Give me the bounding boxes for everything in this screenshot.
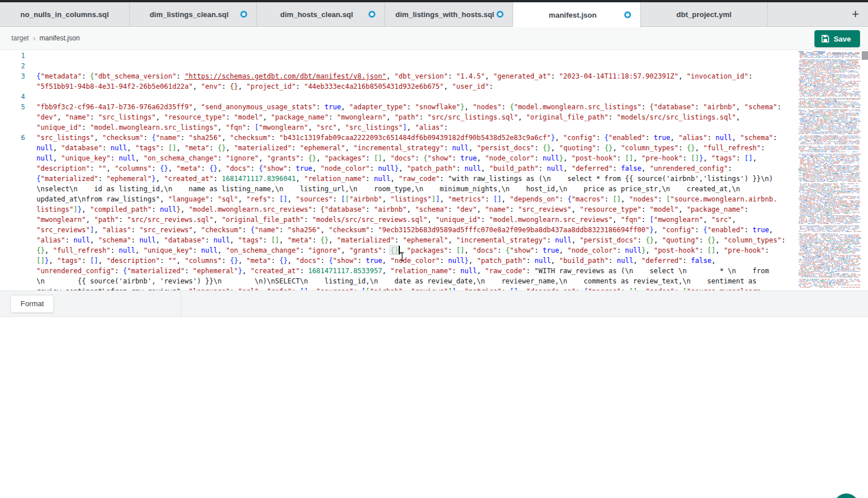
line-number: 5 xyxy=(0,102,25,112)
breadcrumb-separator-icon: › xyxy=(33,34,36,43)
mouse-ibeam-cursor xyxy=(399,252,405,261)
code-row[interactable]: updated_at\nfrom raw_listings", "languag… xyxy=(0,194,796,204)
code-row-text: "fbb9f3c2-cf96-4a17-b736-976a62d35ff9", … xyxy=(36,102,781,112)
tab-label: dim_listings_clean.sql xyxy=(150,10,229,19)
editor-tab-bar: no_nulls_in_columns.sqldim_listings_clea… xyxy=(0,2,868,27)
save-button-label: Save xyxy=(834,35,851,43)
breadcrumb-segment[interactable]: target xyxy=(11,34,29,42)
line-number xyxy=(0,153,25,163)
line-number: 2 xyxy=(0,61,25,71)
code-row-text: "mwonglearn", "path": "src/src_reviews.s… xyxy=(36,215,736,225)
toolbar-divider xyxy=(181,291,181,316)
line-number xyxy=(0,245,25,256)
line-number: 6 xyxy=(0,133,25,143)
code-row[interactable]: null, "unique_key": null, "on_schema_cha… xyxy=(0,153,796,163)
editor-footer-toolbar: Format xyxy=(0,290,868,317)
tab-label: manifest.json xyxy=(549,11,597,19)
tab-dim_listings_clean.sql[interactable]: dim_listings_clean.sql xyxy=(130,2,257,26)
code-row-text: "dev", "name": "src_listings", "resource… xyxy=(36,112,740,122)
code-row[interactable]: 3{"metadata": {"dbt_schema_version": "ht… xyxy=(0,71,796,81)
code-row-text: "unique_id": "model.mwonglearn.src_listi… xyxy=(36,122,448,133)
help-chat-widget-button[interactable] xyxy=(834,493,859,498)
code-row[interactable]: \nselect\n id as listing_id,\n name as l… xyxy=(0,184,796,194)
tab-label: dim_listings_with_hosts.sql xyxy=(395,10,494,19)
code-row-text: "5f51bb91-94b8-4e31-94f2-26b5e061d22a", … xyxy=(36,81,493,92)
line-number xyxy=(0,112,25,122)
line-number xyxy=(0,256,25,266)
code-row-text: {"materialized": "ephemeral"}, "created_… xyxy=(36,174,773,184)
code-row[interactable]: "src_reviews"], "alias": "src_reviews", … xyxy=(0,225,796,235)
code-row-text: "src_reviews"], "alias": "src_reviews", … xyxy=(36,225,773,235)
line-number xyxy=(0,122,25,133)
tab-label: dbt_project.yml xyxy=(677,10,732,19)
code-row[interactable]: "dev", "name": "src_listings", "resource… xyxy=(0,112,796,122)
save-button[interactable]: Save xyxy=(814,30,860,47)
tab-label: no_nulls_in_columns.sql xyxy=(21,10,109,19)
unsaved-changes-dot[interactable] xyxy=(369,11,375,18)
code-row-text: review_sentiment\nfrom raw_reviews", "la… xyxy=(36,286,761,290)
breadcrumb-bar: target›manifest.json Save xyxy=(0,27,868,50)
code-row[interactable]: null, "database": null, "tags": [], "met… xyxy=(0,143,796,153)
new-tab-button[interactable]: + xyxy=(847,6,863,22)
tab-dim_listings_with_hosts.sql[interactable]: dim_listings_with_hosts.sql xyxy=(385,2,513,26)
code-row-text: "alias": null, "schema": null, "database… xyxy=(36,235,785,245)
code-row-text: {"metadata": {"dbt_schema_version": "htt… xyxy=(36,71,752,81)
code-row[interactable]: "alias": null, "schema": null, "database… xyxy=(0,235,796,245)
code-row[interactable]: "unrendered_config": {"materialized": "e… xyxy=(0,266,796,276)
line-number xyxy=(0,286,25,290)
line-number: 4 xyxy=(0,92,25,102)
code-row[interactable]: "5f51bb91-94b8-4e31-94f2-26b5e061d22a", … xyxy=(0,81,796,92)
code-row[interactable]: 1 xyxy=(0,51,796,61)
bracket-match-highlight xyxy=(390,245,399,255)
line-number: 3 xyxy=(0,71,25,81)
code-row[interactable]: "unique_id": "model.mwonglearn.src_listi… xyxy=(0,122,796,133)
code-row-text: "unrendered_config": {"materialized": "e… xyxy=(36,266,769,276)
unsaved-changes-dot[interactable] xyxy=(497,11,503,18)
code-row[interactable]: {"materialized": "ephemeral"}, "created_… xyxy=(0,174,796,184)
code-row[interactable]: listings"]}, "compiled_path": null}, "mo… xyxy=(0,204,796,215)
minimap[interactable] xyxy=(797,50,861,290)
code-row[interactable]: 5"fbb9f3c2-cf96-4a17-b736-976a62d35ff9",… xyxy=(0,102,796,112)
tab-dbt_project.yml[interactable]: dbt_project.yml xyxy=(641,2,768,26)
code-row[interactable]: "mwonglearn", "path": "src/src_reviews.s… xyxy=(0,215,796,225)
format-button[interactable]: Format xyxy=(10,295,54,313)
unsaved-changes-dot[interactable] xyxy=(240,11,247,18)
tab-dim_hosts_clean.sql[interactable]: dim_hosts_clean.sql xyxy=(257,2,385,26)
line-number xyxy=(0,204,25,215)
code-row[interactable]: review_sentiment\nfrom raw_reviews", "la… xyxy=(0,286,796,290)
code-row[interactable]: []}, "tags": [], "description": "", "col… xyxy=(0,256,796,266)
tabs-container: no_nulls_in_columns.sqldim_listings_clea… xyxy=(0,2,768,26)
code-row[interactable]: \n {{ source('airbnb', 'reviews') }}\n \… xyxy=(0,276,796,286)
code-row[interactable]: "description": "", "columns": {}, "meta"… xyxy=(0,163,796,174)
code-row-text: \n {{ source('airbnb', 'reviews') }}\n \… xyxy=(36,276,756,286)
line-number xyxy=(0,225,25,235)
unsaved-changes-dot[interactable] xyxy=(624,11,631,18)
code-row-text: \nselect\n id as listing_id,\n name as l… xyxy=(36,184,740,194)
line-number xyxy=(0,194,25,204)
line-number xyxy=(0,81,25,92)
tab-label: dim_hosts_clean.sql xyxy=(280,10,353,19)
save-floppy-icon xyxy=(821,35,829,43)
code-row-text: updated_at\nfrom raw_listings", "languag… xyxy=(36,194,777,204)
code-editor[interactable]: 123{"metadata": {"dbt_schema_version": "… xyxy=(0,50,868,290)
breadcrumb: target›manifest.json xyxy=(11,34,80,43)
code-row-text: listings"]}, "compiled_path": null}, "mo… xyxy=(36,204,748,215)
line-number: 1 xyxy=(0,51,25,61)
tab-no_nulls_in_columns.sql[interactable]: no_nulls_in_columns.sql xyxy=(0,2,130,26)
breadcrumb-segment[interactable]: manifest.json xyxy=(39,34,80,42)
line-number xyxy=(0,163,25,174)
line-number xyxy=(0,276,25,286)
code-row-text: "description": "", "columns": {}, "meta"… xyxy=(36,163,732,174)
code-row-text: []}, "tags": [], "description": "", "col… xyxy=(36,256,715,266)
code-row-text: null, "database": null, "tags": [], "met… xyxy=(36,143,765,153)
line-number xyxy=(0,215,25,225)
line-number xyxy=(0,266,25,276)
code-row[interactable]: 4 xyxy=(0,92,796,102)
code-row[interactable]: 2 xyxy=(0,61,796,71)
tab-manifest.json[interactable]: manifest.json xyxy=(513,2,641,27)
code-row-text: "src_listings", "checksum": {"name": "sh… xyxy=(36,133,777,143)
code-row[interactable]: 6"src_listings", "checksum": {"name": "s… xyxy=(0,133,796,143)
line-number xyxy=(0,143,25,153)
editor-scrollbar-thumb[interactable] xyxy=(862,51,868,60)
line-number xyxy=(0,235,25,245)
